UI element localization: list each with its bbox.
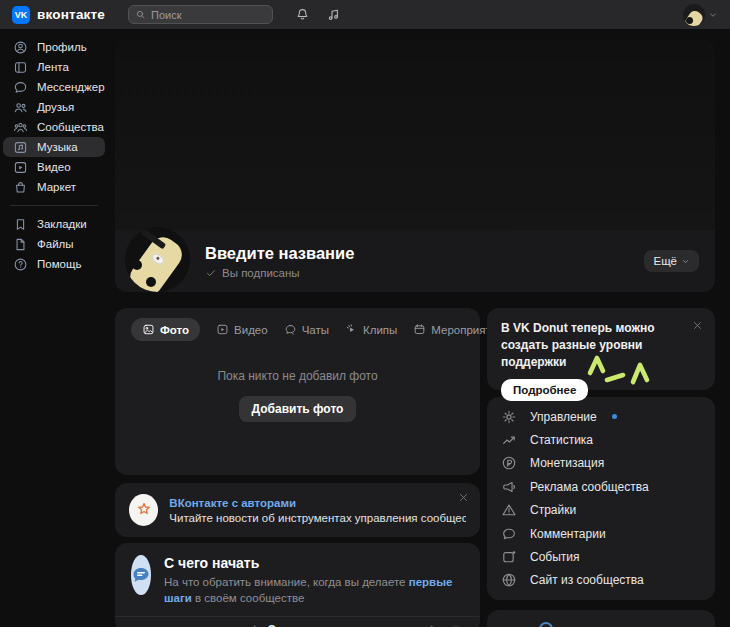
music-icon [13,140,28,155]
menu-item-management[interactable]: Управление [501,405,701,428]
events-icon [501,549,517,565]
tab-video[interactable]: Видео [216,323,268,336]
menu-label: Статистика [530,433,593,447]
tab-photos[interactable]: Фото [131,318,200,341]
sidebar-item-feed[interactable]: Лента [3,57,105,77]
donut-promo-card: В VK Donut теперь можно создать разные у… [487,308,715,390]
friends-icon [13,100,28,115]
sidebar-item-video[interactable]: Видео [3,157,105,177]
left-sidebar: Профиль Лента Мессенджер Друзья Сообщест… [0,29,108,274]
sidebar-label: Файлы [37,238,74,250]
authors-badge [129,494,158,526]
getting-started-card: С чего начать На что обратить внимание, … [115,543,480,627]
sidebar-label: Музыка [37,141,78,153]
tab-label: Клипы [363,324,397,336]
search-box[interactable] [128,5,273,24]
gear-icon [501,409,517,425]
bookmark-icon [13,217,28,232]
getting-started-text: На что обратить внимание, когда вы делае… [164,575,466,606]
community-header-card: Введите название Вы подписаны Ещё [115,40,715,292]
content-tabs: Фото Видео Чаты Клипы [131,318,464,341]
community-avatar[interactable] [125,227,190,292]
sidebar-item-communities[interactable]: Сообщества [3,117,105,137]
vk-wordmark[interactable]: вконтакте [37,7,105,22]
tab-label: Видео [234,324,268,336]
more-button-label: Ещё [653,255,677,267]
sidebar-label: Видео [37,161,71,173]
main-content: Введите название Вы подписаны Ещё [115,40,715,627]
comments-icon [501,526,517,542]
text-before: На что обратить внимание, когда вы делае… [164,576,409,588]
chats-icon [284,323,297,336]
top-bar: VK вконтакте [0,0,730,29]
star-icon [135,501,153,519]
notifications-bell-icon[interactable] [295,7,310,22]
sidebar-label: Друзья [37,101,74,113]
doodle-arrows [587,354,657,390]
sidebar-item-help[interactable]: Помощь [3,254,105,274]
menu-label: Реклама сообщества [530,480,649,494]
sidebar-label: Закладки [37,218,87,230]
create-post-button[interactable]: Создать пост [248,623,347,627]
menu-item-ads[interactable]: Реклама сообщества [501,475,701,498]
stats-icon [501,432,517,448]
chat-bubble-icon [131,565,151,585]
authors-text: Читайте новости об инструментах управлен… [169,512,466,524]
sidebar-label: Сообщества [37,121,104,133]
sidebar-item-files[interactable]: Файлы [3,234,105,254]
authors-title-link[interactable]: ВКонтакте с авторами [169,497,466,509]
photo-icon [142,323,155,336]
user-avatar[interactable] [683,4,705,26]
menu-item-strikes[interactable]: Страйки [501,499,701,522]
details-button[interactable]: Подробнее [501,379,588,401]
menu-item-comments[interactable]: Комментарии [501,522,701,545]
clips-icon [345,323,358,336]
globe-icon [501,572,517,588]
vk-logo[interactable]: VK [12,6,30,24]
sidebar-label: Лента [37,61,69,73]
music-note-icon[interactable] [326,7,341,22]
close-icon[interactable] [458,492,469,503]
close-icon[interactable] [692,320,703,331]
sidebar-label: Профиль [37,41,87,53]
create-post-row: Создать пост [115,616,480,627]
messenger-icon [13,80,28,95]
menu-item-monetization[interactable]: Монетизация [501,452,701,475]
sidebar-item-friends[interactable]: Друзья [3,97,105,117]
menu-item-events[interactable]: События [501,545,701,568]
next-card-partial [487,610,715,627]
community-title: Введите название [205,244,354,263]
tab-label: Чаты [302,324,329,336]
menu-label: События [530,550,580,564]
search-input[interactable] [151,9,266,21]
calendar-icon [413,323,426,336]
add-photo-button[interactable]: Добавить фото [239,396,357,422]
sidebar-item-market[interactable]: Маркет [3,177,105,197]
menu-label: Управление [530,410,597,424]
market-icon [13,180,28,195]
tab-clips[interactable]: Клипы [345,323,397,336]
more-button[interactable]: Ещё [644,250,699,272]
menu-label: Сайт из сообщества [530,573,644,587]
sidebar-item-profile[interactable]: Профиль [3,37,105,57]
text-after: в своём сообществе [192,592,305,604]
file-icon [13,237,28,252]
menu-label: Страйки [530,503,576,517]
getting-started-title: С чего начать [164,555,466,571]
chevron-down-icon[interactable] [708,10,718,20]
sidebar-divider [10,205,98,206]
tab-chats[interactable]: Чаты [284,323,329,336]
menu-item-community-site[interactable]: Сайт из сообщества [501,569,701,592]
partial-blue-icon [539,622,553,627]
community-header-bar: Введите название Вы подписаны Ещё [115,230,715,292]
sidebar-item-bookmarks[interactable]: Закладки [3,214,105,234]
menu-item-statistics[interactable]: Статистика [501,428,701,451]
notification-dot [612,414,617,419]
communities-icon [13,120,28,135]
feed-icon [13,60,28,75]
sidebar-item-messenger[interactable]: Мессенджер [3,77,105,97]
sidebar-item-music[interactable]: Музыка [3,137,105,157]
profile-icon [13,40,28,55]
community-cover [115,40,715,230]
subscribed-status[interactable]: Вы подписаны [205,267,354,279]
